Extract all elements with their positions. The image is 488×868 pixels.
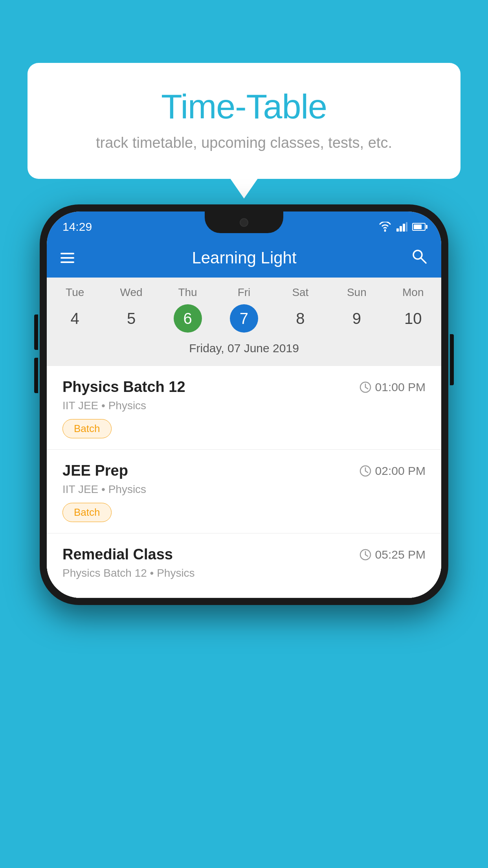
day-name-4: Sat [272,286,328,299]
day-col-tue[interactable]: Tue4 [47,286,103,333]
status-icons [378,222,426,232]
phone-outer: 14:29 [40,204,448,605]
selected-date: Friday, 07 June 2019 [47,335,441,363]
class-item-2[interactable]: Remedial Class 05:25 PMPhysics Batch 12 … [47,533,441,598]
search-button[interactable] [410,247,427,268]
battery-icon [412,223,426,231]
volume-down-button [34,358,38,393]
speech-bubble-card: Time-Table track timetable, upcoming cla… [28,63,460,179]
batch-badge-0: Batch [62,419,112,438]
svg-rect-4 [406,222,407,232]
batch-badge-1: Batch [62,503,112,522]
clock-icon [360,465,371,477]
days-row: Tue4Wed5Thu6Fri7Sat8Sun9Mon10 [47,278,441,335]
wifi-icon [378,222,392,232]
svg-line-15 [365,555,368,556]
class-title-1: JEE Prep [62,462,128,479]
day-name-1: Wed [103,286,159,299]
day-col-mon[interactable]: Mon10 [385,286,441,333]
day-name-5: Sun [328,286,385,299]
class-time-0: 01:00 PM [360,381,426,394]
app-toolbar: Learning Light [47,238,441,278]
svg-line-6 [421,258,426,263]
phone-screen: 14:29 [47,211,441,598]
day-number-5[interactable]: 9 [343,304,371,333]
menu-button[interactable] [61,253,74,263]
day-number-1[interactable]: 5 [117,304,145,333]
power-button [450,334,454,385]
class-subtitle-1: IIT JEE • Physics [62,483,426,496]
day-number-6[interactable]: 10 [399,304,427,333]
volume-up-button [34,314,38,350]
status-time: 14:29 [62,220,92,234]
day-number-0[interactable]: 4 [61,304,89,333]
day-name-3: Fri [216,286,272,299]
class-title-2: Remedial Class [62,546,173,563]
svg-line-12 [365,471,368,473]
class-list: Physics Batch 12 01:00 PMIIT JEE • Physi… [47,366,441,598]
clock-icon [360,549,371,561]
clock-icon [360,381,371,393]
day-name-6: Mon [385,286,441,299]
day-number-3[interactable]: 7 [230,304,258,333]
class-time-2: 05:25 PM [360,548,426,561]
day-number-4[interactable]: 8 [286,304,314,333]
day-col-fri[interactable]: Fri7 [216,286,272,333]
calendar-section: Tue4Wed5Thu6Fri7Sat8Sun9Mon10 Friday, 07… [47,278,441,366]
phone-notch [205,211,283,233]
class-subtitle-0: IIT JEE • Physics [62,399,426,412]
class-subtitle-2: Physics Batch 12 • Physics [62,567,426,579]
front-camera [240,218,248,227]
svg-rect-3 [403,224,405,232]
svg-rect-1 [396,228,399,232]
class-title-0: Physics Batch 12 [62,379,185,395]
svg-rect-2 [400,226,402,232]
class-item-1[interactable]: JEE Prep 02:00 PMIIT JEE • PhysicsBatch [47,450,441,533]
day-name-0: Tue [47,286,103,299]
day-col-thu[interactable]: Thu6 [160,286,216,333]
day-name-2: Thu [160,286,216,299]
day-number-2[interactable]: 6 [174,304,202,333]
phone-mockup: 14:29 [40,204,448,605]
bubble-title: Time-Table [59,86,429,127]
day-col-sat[interactable]: Sat8 [272,286,328,333]
app-title: Learning Light [90,248,398,267]
bubble-subtitle: track timetable, upcoming classes, tests… [59,134,429,151]
class-item-0[interactable]: Physics Batch 12 01:00 PMIIT JEE • Physi… [47,366,441,450]
day-col-wed[interactable]: Wed5 [103,286,159,333]
svg-line-9 [365,387,368,389]
day-col-sun[interactable]: Sun9 [328,286,385,333]
svg-point-0 [384,230,386,232]
signal-icon [396,222,407,232]
class-time-1: 02:00 PM [360,464,426,478]
